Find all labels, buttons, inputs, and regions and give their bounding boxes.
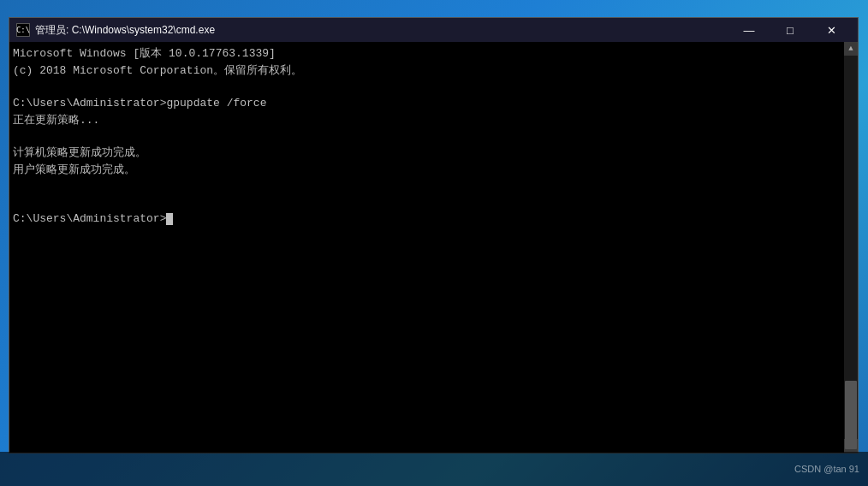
- cursor: [166, 213, 173, 225]
- window-title: 管理员: C:\Windows\system32\cmd.exe: [35, 23, 729, 38]
- scroll-up-arrow[interactable]: ▲: [844, 42, 858, 56]
- console-empty-1: [13, 79, 841, 95]
- title-bar: C:\ 管理员: C:\Windows\system32\cmd.exe — □…: [9, 18, 858, 42]
- console-line-2: (c) 2018 Microsoft Corporation。保留所有权利。: [13, 62, 841, 80]
- console-empty-2: [13, 128, 841, 145]
- minimize-button[interactable]: —: [729, 18, 769, 42]
- console-line-3: C:\Users\Administrator>gpupdate /force: [13, 95, 841, 112]
- watermark-text: CSDN @tan 91: [794, 464, 859, 474]
- console-empty-4: [13, 194, 841, 210]
- close-button[interactable]: ✕: [812, 18, 851, 42]
- console-line-1: Microsoft Windows [版本 10.0.17763.1339]: [13, 45, 841, 62]
- console-line-5: 计算机策略更新成功完成。: [13, 145, 841, 162]
- maximize-button[interactable]: □: [770, 18, 810, 42]
- taskbar: CSDN @tan 91: [0, 452, 868, 486]
- console-line-4: 正在更新策略...: [13, 112, 841, 129]
- cmd-window[interactable]: C:\ 管理员: C:\Windows\system32\cmd.exe — □…: [9, 17, 859, 453]
- scroll-track[interactable]: [844, 56, 858, 439]
- console-empty-3: [13, 178, 841, 194]
- console-prompt-line: C:\Users\Administrator>: [13, 210, 841, 228]
- console-content[interactable]: Microsoft Windows [版本 10.0.17763.1339] (…: [9, 42, 844, 453]
- console-line-6: 用户策略更新成功完成。: [13, 162, 841, 179]
- scroll-thumb[interactable]: [845, 381, 857, 449]
- console-body: Microsoft Windows [版本 10.0.17763.1339] (…: [9, 42, 858, 453]
- window-controls: — □ ✕: [729, 18, 851, 42]
- cmd-icon: C:\: [16, 23, 30, 37]
- scrollbar[interactable]: ▲ ▼: [844, 42, 858, 453]
